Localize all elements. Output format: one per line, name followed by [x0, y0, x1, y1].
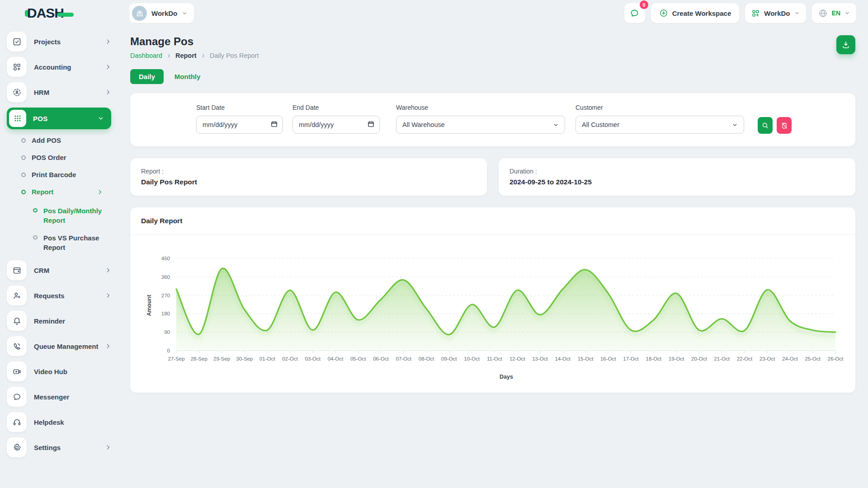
chart-body: 090180270360450 27-Sep28-Sep29-Sep30-Sep… — [130, 235, 855, 393]
chevron-right-icon — [97, 189, 103, 195]
svg-text:16-Oct: 16-Oct — [600, 356, 616, 361]
sidebar-item-pos-daily-monthly-report[interactable]: Pos Daily/Monthly Report — [33, 206, 111, 225]
chat-bubble-icon — [629, 8, 640, 19]
plus-circle-icon — [659, 9, 668, 18]
warehouse-select[interactable]: All Warehouse — [396, 116, 565, 134]
sidebar-item-pos-order[interactable]: POS Order — [21, 154, 111, 161]
duration-value: 2024-09-25 to 2024-10-25 — [509, 178, 844, 186]
workspace-switcher[interactable]: WorkDo — [129, 3, 194, 23]
sidebar-item-video-hub[interactable]: Video Hub — [7, 361, 111, 381]
user-dashed-circle-icon — [12, 88, 22, 97]
breadcrumb-report-link[interactable]: Report — [175, 52, 197, 59]
sidebar-item-requests[interactable]: Requests — [7, 286, 111, 305]
end-date-input[interactable] — [292, 116, 380, 134]
create-workspace-label: Create Workspace — [672, 9, 731, 17]
sidebar-item-label: Video Hub — [34, 368, 67, 375]
report-label: Report : — [141, 168, 476, 175]
sidebar-item-pos[interactable]: POS — [7, 108, 111, 129]
sidebar-item-label: HRM — [34, 89, 49, 96]
summary-row: Report : Daily Pos Report Duration : 202… — [130, 158, 855, 196]
bullet-icon — [21, 190, 26, 194]
duration-label: Duration : — [509, 168, 844, 175]
svg-text:05-Oct: 05-Oct — [350, 356, 366, 361]
chevron-right-icon — [105, 38, 111, 45]
sidebar-item-helpdesk[interactable]: Helpdesk — [7, 412, 111, 432]
area-chart: 090180270360450 27-Sep28-Sep29-Sep30-Sep… — [141, 249, 851, 385]
x-axis-title: Days — [500, 374, 513, 380]
svg-text:25-Oct: 25-Oct — [805, 356, 821, 361]
chevron-right-icon — [105, 64, 111, 70]
main-content: Manage Pos Dashboard Report Daily Pos Re… — [118, 26, 868, 488]
sidebar-item-label: Requests — [34, 292, 65, 300]
grid-plus-icon — [12, 62, 22, 72]
breadcrumb-dashboard-link[interactable]: Dashboard — [130, 52, 162, 59]
sidebar-item-label: Queue Management — [34, 343, 99, 350]
topbar-actions: 0 Create Workspace WorkDo — [624, 3, 856, 23]
dots-grid-icon — [13, 114, 22, 123]
bullet-icon — [21, 173, 26, 177]
sidebar-item-accounting[interactable]: Accounting — [7, 57, 111, 77]
sidebar-item-crm[interactable]: CRM — [7, 260, 111, 280]
svg-text:360: 360 — [161, 274, 170, 280]
warehouse-label: Warehouse — [396, 104, 565, 111]
sidebar-item-label: Reminder — [34, 317, 65, 325]
workspace-menu-button[interactable]: WorkDo — [745, 3, 806, 23]
chevron-down-icon — [794, 10, 800, 16]
download-report-button[interactable] — [836, 35, 855, 54]
sidebar-item-hrm[interactable]: HRM — [7, 82, 111, 102]
page-title: Manage Pos — [130, 35, 259, 48]
svg-text:29-Sep: 29-Sep — [213, 356, 230, 361]
svg-text:90: 90 — [164, 329, 170, 335]
svg-text:18-Oct: 18-Oct — [646, 356, 662, 361]
sidebar-item-pos-vs-purchase-report[interactable]: Pos VS Purchase Report — [33, 233, 111, 252]
tab-monthly[interactable]: Monthly — [175, 73, 201, 80]
svg-text:17-Oct: 17-Oct — [623, 356, 639, 361]
tab-daily[interactable]: Daily — [130, 69, 164, 84]
daily-report-chart-card: Daily Report — [130, 207, 855, 393]
svg-text:20-Oct: 20-Oct — [691, 356, 707, 361]
customer-label: Customer — [576, 104, 744, 111]
create-workspace-button[interactable]: Create Workspace — [651, 3, 740, 23]
chevron-right-icon — [201, 53, 206, 58]
breadcrumb-current: Daily Pos Report — [210, 52, 259, 59]
sidebar-item-label: Projects — [34, 38, 61, 46]
svg-text:13-Oct: 13-Oct — [532, 356, 548, 361]
svg-text:10-Oct: 10-Oct — [464, 356, 480, 361]
globe-icon — [818, 9, 828, 18]
workspace-name: WorkDo — [151, 9, 177, 17]
svg-text:07-Oct: 07-Oct — [396, 356, 412, 361]
app-logo[interactable]: DASH — [25, 5, 74, 21]
sidebar-item-messenger[interactable]: Messenger — [7, 387, 111, 407]
svg-text:15-Oct: 15-Oct — [578, 356, 594, 361]
bullet-icon — [33, 235, 38, 239]
messages-button[interactable]: 0 — [624, 3, 645, 23]
svg-text:04-Oct: 04-Oct — [328, 356, 344, 361]
chevron-down-icon — [844, 10, 850, 16]
sidebar-item-label: CRM — [34, 267, 49, 274]
svg-text:180: 180 — [161, 311, 170, 316]
svg-text:02-Oct: 02-Oct — [282, 356, 298, 361]
sidebar-item-print-barcode[interactable]: Print Barcode — [21, 171, 111, 178]
bell-icon — [12, 316, 22, 326]
svg-text:22-Oct: 22-Oct — [737, 356, 753, 361]
report-value: Daily Pos Report — [141, 178, 476, 186]
reset-filter-button[interactable] — [777, 117, 792, 134]
sidebar-item-queue-management[interactable]: Queue Management — [7, 336, 111, 356]
sidebar-item-label: Accounting — [34, 63, 71, 71]
card-window-icon — [12, 266, 22, 275]
logo-accent-dash — [57, 13, 74, 17]
search-button[interactable] — [758, 117, 773, 134]
duration-summary-card: Duration : 2024-09-25 to 2024-10-25 — [499, 158, 855, 196]
svg-text:270: 270 — [161, 293, 170, 298]
sidebar-item-report[interactable]: Report — [21, 188, 111, 196]
sidebar-item-settings[interactable]: Settings — [7, 437, 111, 457]
sidebar-item-reminder[interactable]: Reminder — [7, 311, 111, 331]
start-date-input[interactable] — [196, 116, 283, 134]
language-selector[interactable]: EN — [812, 3, 856, 23]
sidebar-item-add-pos[interactable]: Add POS — [21, 136, 111, 144]
report-summary-card: Report : Daily Pos Report — [130, 158, 487, 196]
svg-text:14-Oct: 14-Oct — [555, 356, 571, 361]
chevron-right-icon — [166, 53, 171, 58]
sidebar-item-projects[interactable]: Projects — [7, 32, 111, 52]
customer-select[interactable]: All Customer — [576, 116, 744, 134]
